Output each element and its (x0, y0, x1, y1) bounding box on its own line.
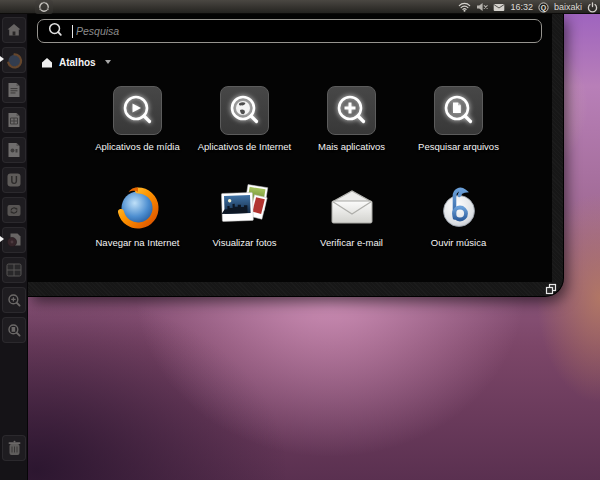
launcher-item-dash-home[interactable] (2, 17, 26, 43)
lens-internet-icon (220, 86, 269, 135)
home-filter-icon (41, 57, 53, 68)
photos-icon (220, 182, 270, 231)
shortcut-view-photos[interactable]: Visualizar fotos (191, 182, 298, 249)
lens-files-icon (434, 86, 483, 135)
dash-expand-button[interactable] (545, 281, 557, 293)
launcher-item-trash[interactable] (2, 435, 26, 461)
running-indicator-firefox (0, 56, 4, 62)
shortcut-listen-music[interactable]: Ouvir música (405, 182, 512, 249)
software-center-icon: U (6, 172, 22, 188)
launcher-item-libreoffice-impress[interactable] (2, 137, 26, 163)
dash-content: Atalhos Aplicativos de mídia (28, 14, 552, 282)
media-player-icon (6, 232, 22, 248)
mail-envelope-icon (327, 182, 377, 231)
launcher-item-applications-lens[interactable] (2, 287, 26, 313)
shortcut-label: Mais aplicativos (318, 142, 385, 153)
wifi-icon[interactable] (458, 2, 471, 12)
launcher-item-ubuntu-one[interactable] (2, 197, 26, 223)
home-icon (6, 23, 22, 37)
workspace-switcher-icon (6, 263, 22, 277)
panel-username[interactable]: baixaki (554, 2, 582, 12)
lens-media-icon (113, 86, 162, 135)
shortcut-label: Visualizar fotos (212, 238, 276, 249)
ubuntu-home-button[interactable] (35, 0, 53, 14)
filter-label: Atalhos (59, 57, 96, 68)
launcher-item-libreoffice-calc[interactable] (2, 107, 26, 133)
launcher-item-libreoffice-writer[interactable] (2, 77, 26, 103)
indicator-area: 16:32 Q baixaki (458, 0, 598, 14)
shortcut-browse-internet[interactable]: Navegar na Internet (84, 182, 191, 249)
shortcut-check-email[interactable]: Verificar e-mail (298, 182, 405, 249)
shortcut-row-2: Navegar na Internet (84, 182, 512, 249)
banshee-icon (434, 182, 484, 231)
svg-text:U: U (10, 175, 17, 186)
svg-text:Q: Q (541, 4, 547, 12)
trash-icon (7, 440, 22, 456)
launcher-item-ubuntu-software-center[interactable]: U (2, 167, 26, 193)
search-icon (48, 22, 63, 41)
lens-filter-dropdown[interactable]: Atalhos (41, 55, 111, 69)
top-panel: 16:32 Q baixaki (0, 0, 600, 14)
applications-lens-icon (7, 293, 22, 308)
shortcut-label: Pesquisar arquivos (418, 142, 499, 153)
launcher-item-files-lens[interactable] (2, 317, 26, 343)
volume-muted-icon[interactable] (476, 2, 488, 12)
panel-clock[interactable]: 16:32 (510, 2, 533, 12)
shortcut-label: Navegar na Internet (96, 238, 180, 249)
expand-squares-icon (545, 283, 557, 295)
dash-overlay: Atalhos Aplicativos de mídia (28, 14, 563, 296)
search-bar[interactable] (37, 19, 542, 43)
shortcut-label: Verificar e-mail (320, 238, 383, 249)
files-lens-icon (7, 323, 22, 338)
launcher-item-media-player[interactable] (2, 227, 26, 253)
shortcut-media-apps[interactable]: Aplicativos de mídia (84, 86, 191, 153)
launcher-item-firefox[interactable] (2, 47, 26, 73)
shortcut-row-1: Aplicativos de mídia Aplicativos de Inte… (84, 86, 512, 153)
ubuntu-logo-icon (38, 1, 50, 13)
firefox-mini-icon (6, 52, 23, 69)
ubuntu-one-sync-icon (6, 202, 22, 218)
shortcut-internet-apps[interactable]: Aplicativos de Internet (191, 86, 298, 153)
impress-presentation-icon (7, 142, 21, 158)
launcher: U (0, 14, 28, 480)
search-input[interactable] (73, 25, 541, 37)
power-icon[interactable] (587, 2, 598, 13)
shortcut-label: Aplicativos de Internet (198, 142, 291, 153)
shortcut-label: Aplicativos de mídia (95, 142, 179, 153)
chevron-down-icon (105, 60, 111, 64)
calc-spreadsheet-icon (7, 112, 21, 128)
launcher-item-workspace-switcher[interactable] (2, 257, 26, 283)
running-indicator-media-player (0, 236, 4, 242)
shortcut-more-apps[interactable]: Mais aplicativos (298, 86, 405, 153)
writer-document-icon (7, 82, 21, 98)
firefox-icon (113, 182, 163, 231)
shortcut-label: Ouvir música (431, 238, 486, 249)
user-badge-icon[interactable]: Q (538, 2, 549, 13)
mail-indicator-icon[interactable] (493, 3, 505, 12)
shortcut-search-files[interactable]: Pesquisar arquivos (405, 86, 512, 153)
lens-more-icon (327, 86, 376, 135)
